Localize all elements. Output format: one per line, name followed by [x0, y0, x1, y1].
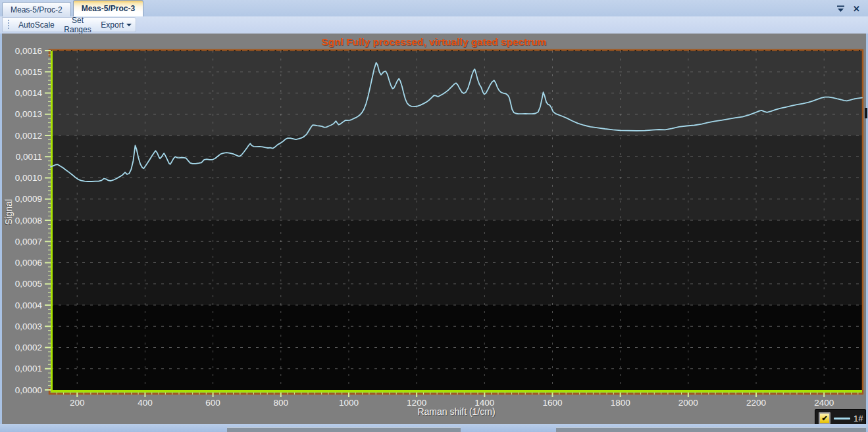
tab-label: Meas-5/Proc-2: [11, 5, 63, 14]
plot-band: [51, 51, 862, 135]
tab-bar: Meas-5/Proc-2 Meas-5/Proc-3 ✕: [0, 0, 868, 16]
y-tick-label: 0,0010: [15, 173, 42, 183]
y-tick-label: 0,0002: [15, 343, 42, 352]
toolbar-row: AutoScale Set Ranges Export: [0, 16, 868, 34]
y-tick-label: 0,0016: [15, 46, 42, 56]
toolbar-grip-handle[interactable]: [8, 20, 9, 30]
chevron-down-icon: [126, 24, 132, 26]
autoscale-button[interactable]: AutoScale: [14, 18, 59, 32]
y-tick-label: 0,0007: [15, 237, 42, 247]
y-tick-label: 0,0006: [15, 258, 42, 268]
collapse-panel-icon[interactable]: [836, 5, 845, 13]
legend-checkbox[interactable]: ✔: [819, 412, 830, 424]
x-axis-title: Raman shift (1/cm): [51, 406, 862, 417]
legend-line-sample: [834, 418, 850, 420]
y-tick-label: 0,0011: [16, 152, 42, 162]
plot-band: [51, 135, 862, 220]
set-ranges-button[interactable]: Set Ranges: [60, 14, 96, 36]
y-tick-label: 0,0008: [15, 216, 42, 226]
chart-region: Sgnl Fully processed, virtually gated sp…: [2, 34, 866, 424]
y-tick-label: 0,0013: [15, 109, 42, 119]
export-button[interactable]: Export: [97, 18, 136, 32]
y-axis-title: Signal: [3, 199, 14, 225]
plot-area[interactable]: 0,00000,00010,00020,00030,00040,00050,00…: [2, 34, 866, 424]
background-panel-edge: [227, 427, 461, 432]
splitter-handle[interactable]: [865, 108, 867, 118]
bottom-window-edge: [0, 424, 868, 432]
y-tick-label: 0,0000: [15, 385, 42, 395]
y-tick-label: 0,0003: [15, 322, 42, 331]
y-tick-label: 0,0005: [15, 279, 42, 289]
toolbar: AutoScale Set Ranges Export: [2, 17, 136, 32]
y-tick-label: 0,0001: [15, 364, 42, 373]
y-tick-label: 0,0015: [15, 67, 42, 77]
y-tick-label: 0,0014: [15, 88, 43, 98]
background-panel-edge: [556, 427, 866, 432]
plot-band: [51, 305, 862, 390]
y-tick-label: 0,0009: [15, 194, 42, 204]
legend-entry-label: 1#: [854, 414, 863, 423]
tab-label: Meas-5/Proc-3: [82, 4, 135, 13]
plot-band: [51, 220, 862, 305]
export-button-label: Export: [101, 20, 124, 30]
close-icon[interactable]: ✕: [853, 5, 861, 13]
window-controls: ✕: [836, 5, 861, 13]
checkmark-icon: ✔: [821, 415, 827, 422]
y-tick-label: 0,0004: [15, 300, 43, 310]
y-tick-label: 0,0012: [15, 131, 42, 141]
